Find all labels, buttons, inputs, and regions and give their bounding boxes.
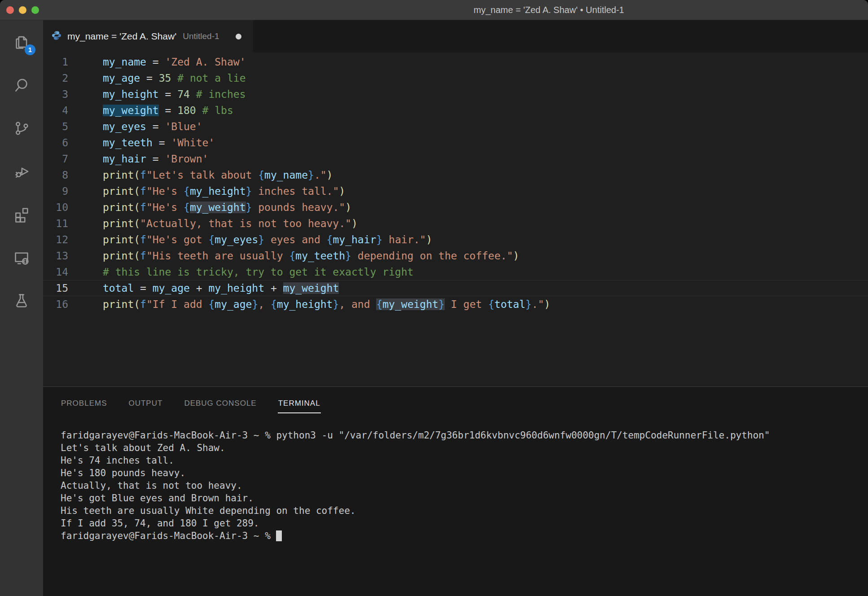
code-line-16[interactable]: 16print(f"If I add {my_age}, {my_height}… <box>43 296 868 312</box>
line-number[interactable]: 6 <box>43 135 68 151</box>
sidebar-item-search[interactable] <box>7 71 36 101</box>
code-line-content: total = my_age + my_height + my_weight <box>68 280 339 296</box>
code-line-4[interactable]: 4my_weight = 180 # lbs <box>43 102 868 118</box>
code-line-content: my_teeth = 'White' <box>68 135 215 151</box>
line-number[interactable]: 3 <box>43 86 68 102</box>
line-number[interactable]: 4 <box>43 102 68 118</box>
code-line-1[interactable]: 1my_name = 'Zed A. Shaw' <box>43 54 868 70</box>
code-line-content: my_age = 35 # not a lie <box>68 70 246 86</box>
code-line-12[interactable]: 12print(f"He's got {my_eyes} eyes and {m… <box>43 232 868 248</box>
terminal-line: faridgarayev@Farids-MacBook-Air-3 ~ % <box>61 530 868 542</box>
source-control-icon <box>13 120 30 139</box>
code-line-content: my_height = 74 # inches <box>68 86 246 102</box>
code-line-content: print(f"If I add {my_age}, {my_height}, … <box>68 296 550 312</box>
line-number[interactable]: 16 <box>43 296 68 312</box>
code-line-5[interactable]: 5my_eyes = 'Blue' <box>43 118 868 135</box>
explorer-badge: 1 <box>25 44 35 55</box>
code-line-content: # this line is tricky, try to get it exa… <box>68 264 413 280</box>
line-number[interactable]: 12 <box>43 232 68 248</box>
code-line-content: my_weight = 180 # lbs <box>68 102 233 118</box>
line-number[interactable]: 8 <box>43 167 68 183</box>
code-line-9[interactable]: 9print(f"He's {my_height} inches tall.") <box>43 183 868 199</box>
code-line-6[interactable]: 6my_teeth = 'White' <box>43 135 868 151</box>
sidebar-item-extensions[interactable] <box>7 201 36 230</box>
code-line-content: my_eyes = 'Blue' <box>68 118 202 135</box>
line-number[interactable]: 10 <box>43 199 68 215</box>
terminal-line: Let's talk about Zed A. Shaw. <box>61 442 868 454</box>
sidebar-item-source-control[interactable] <box>7 114 36 144</box>
terminal-line: He's 74 inches tall. <box>61 454 868 467</box>
panel-tab-terminal[interactable]: TERMINAL <box>278 396 321 411</box>
code-line-11[interactable]: 11print("Actually, that is not too heavy… <box>43 215 868 232</box>
code-editor[interactable]: 1my_name = 'Zed A. Shaw'2my_age = 35 # n… <box>43 53 868 386</box>
code-line-8[interactable]: 8print(f"Let's talk about {my_name}.") <box>43 167 868 183</box>
line-number[interactable]: 14 <box>43 264 68 280</box>
editor-tab-untitled-1[interactable]: my_name = 'Zed A. Shaw' Untitled-1 <box>43 20 253 53</box>
line-number[interactable]: 7 <box>43 151 68 167</box>
panel-tab-output[interactable]: OUTPUT <box>128 396 163 411</box>
code-line-14[interactable]: 14# this line is tricky, try to get it e… <box>43 264 868 280</box>
python-icon <box>51 30 62 43</box>
extensions-icon <box>13 206 30 225</box>
zoom-window-button[interactable] <box>31 6 39 14</box>
sidebar-item-explorer[interactable]: 1 <box>7 28 36 58</box>
terminal-cursor <box>276 530 282 541</box>
code-lines-container: 1my_name = 'Zed A. Shaw'2my_age = 35 # n… <box>43 54 868 312</box>
code-line-7[interactable]: 7my_hair = 'Brown' <box>43 151 868 167</box>
unsaved-changes-dot[interactable] <box>236 34 241 39</box>
code-line-10[interactable]: 10print(f"He's {my_weight} pounds heavy.… <box>43 199 868 215</box>
panel-tab-problems[interactable]: PROBLEMS <box>61 396 107 411</box>
code-line-content: print(f"His teeth are usually {my_teeth}… <box>68 248 519 264</box>
search-icon <box>13 77 30 96</box>
line-number[interactable]: 9 <box>43 183 68 199</box>
code-line-content: print("Actually, that is not too heavy."… <box>68 215 358 232</box>
title-bar: my_name = 'Zed A. Shaw' • Untitled-1 <box>0 0 868 20</box>
sidebar-item-testing[interactable] <box>7 287 36 316</box>
tab-title: my_name = 'Zed A. Shaw' <box>67 31 176 42</box>
line-number[interactable]: 11 <box>43 215 68 232</box>
code-line-15[interactable]: 15total = my_age + my_height + my_weight <box>43 280 868 296</box>
line-number[interactable]: 15 <box>43 280 68 296</box>
vscode-window: my_name = 'Zed A. Shaw' • Untitled-1 1 <box>0 0 868 596</box>
terminal-line: He's got Blue eyes and Brown hair. <box>61 492 868 504</box>
minimize-window-button[interactable] <box>19 6 26 14</box>
tab-description: Untitled-1 <box>183 31 219 41</box>
run-debug-icon <box>13 163 30 182</box>
code-line-content: print(f"He's got {my_eyes} eyes and {my_… <box>68 232 432 248</box>
line-number[interactable]: 5 <box>43 118 68 135</box>
terminal-line: Actually, that is not too heavy. <box>61 479 868 492</box>
code-line-content: print(f"Let's talk about {my_name}.") <box>68 167 333 183</box>
code-line-content: my_hair = 'Brown' <box>68 151 208 167</box>
code-line-content: my_name = 'Zed A. Shaw' <box>68 54 246 70</box>
line-number[interactable]: 1 <box>43 54 68 70</box>
remote-explorer-icon <box>13 249 30 268</box>
terminal-line: His teeth are usually White depending on… <box>61 504 868 517</box>
terminal-command-line: faridgarayev@Farids-MacBook-Air-3 ~ % py… <box>61 429 868 442</box>
code-line-content: print(f"He's {my_height} inches tall.") <box>68 183 345 199</box>
line-number[interactable]: 2 <box>43 70 68 86</box>
panel-tab-bar: PROBLEMSOUTPUTDEBUG CONSOLETERMINAL <box>43 387 868 420</box>
activity-bar: 1 <box>0 20 43 596</box>
close-window-button[interactable] <box>6 6 14 14</box>
traffic-lights <box>6 6 39 14</box>
testing-flask-icon <box>13 292 30 311</box>
terminal-line: He's 180 pounds heavy. <box>61 467 868 479</box>
code-line-2[interactable]: 2my_age = 35 # not a lie <box>43 70 868 86</box>
bottom-panel: PROBLEMSOUTPUTDEBUG CONSOLETERMINAL fari… <box>43 386 868 596</box>
editor-tab-bar: my_name = 'Zed A. Shaw' Untitled-1 <box>43 20 868 53</box>
line-number[interactable]: 13 <box>43 248 68 264</box>
code-line-3[interactable]: 3my_height = 74 # inches <box>43 86 868 102</box>
window-title: my_name = 'Zed A. Shaw' • Untitled-1 <box>473 5 624 15</box>
code-line-13[interactable]: 13print(f"His teeth are usually {my_teet… <box>43 248 868 264</box>
terminal-line: If I add 35, 74, and 180 I get 289. <box>61 517 868 530</box>
panel-tab-debug-console[interactable]: DEBUG CONSOLE <box>184 396 257 411</box>
code-line-content: print(f"He's {my_weight} pounds heavy.") <box>68 199 351 215</box>
terminal-output[interactable]: faridgarayev@Farids-MacBook-Air-3 ~ % py… <box>43 420 868 596</box>
sidebar-item-run-debug[interactable] <box>7 158 36 187</box>
sidebar-item-remote-explorer[interactable] <box>7 244 36 273</box>
